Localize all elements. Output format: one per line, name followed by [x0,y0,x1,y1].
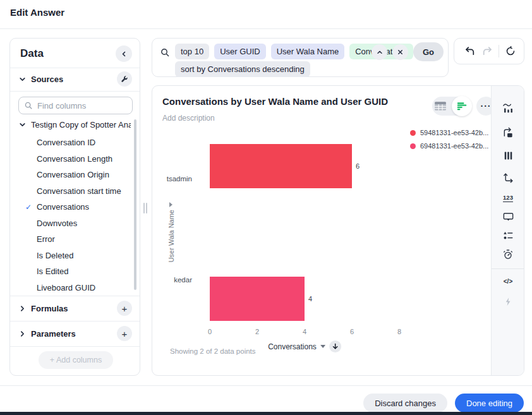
undo-icon [464,46,475,56]
column-item[interactable]: Conversation Origin [10,167,133,183]
formulas-label: Formulas [31,304,68,313]
y-category-label: kedar [152,275,192,284]
x-axis-label[interactable]: Conversations [268,342,317,351]
x-tick-label: 2 [255,328,259,335]
time-series-button[interactable] [500,247,516,262]
done-editing-button[interactable]: Done editing [455,394,524,412]
reset-icon [505,46,516,56]
chevron-down-icon [19,121,27,128]
redo-icon [482,46,493,56]
column-label: Conversation start time [37,186,121,196]
code-icon: </> [504,278,512,285]
columns-config-button[interactable] [500,148,516,163]
table-mode-button[interactable] [434,101,447,111]
y-category-label: tsadmin [152,174,192,183]
divider [492,268,524,269]
chart-analyze-button[interactable] [500,100,516,116]
axes-config-button[interactable] [500,170,516,185]
add-parameter-button[interactable]: + [117,326,132,341]
column-label: Conversation ID [37,138,95,147]
chart-mode-button[interactable] [452,96,472,116]
source-table-name: Testign Copy of Spotter Ana... [31,120,131,129]
column-label: Liveboard GUID [37,283,95,292]
scrollbar[interactable] [134,119,136,290]
header-divider [0,28,532,29]
source-table-item[interactable]: Testign Copy of Spotter Ana... [10,117,131,132]
columns-icon [503,150,514,161]
spotiq-icon [504,296,513,307]
data-panel-title: Data [20,47,44,60]
clear-search-button[interactable] [392,44,408,60]
close-icon [397,49,404,56]
change-visualization-button[interactable] [500,125,516,140]
footer-divider [0,385,532,386]
bar[interactable] [210,277,305,321]
add-columns-button[interactable]: + Add columns [39,351,113,369]
add-formula-button[interactable]: + [117,301,132,316]
column-item[interactable]: Conversation ID [10,135,133,151]
bottom-edge-bar [0,412,532,415]
x-tick-label: 4 [303,328,306,335]
search-icon [160,47,170,57]
time-series-icon [502,249,514,260]
bar[interactable] [210,144,352,188]
spotiq-button[interactable] [500,294,516,309]
number-format-button[interactable]: 123 [500,190,516,205]
chevron-right-icon [19,330,27,337]
column-item[interactable]: ✓Conversations [10,199,133,215]
column-item[interactable]: Downvotes [10,215,133,232]
y-axis-caret-icon [169,202,172,207]
answer-title: Conversations by User Wala Name and User… [162,96,388,107]
column-label: Is Edited [37,267,69,276]
collapse-search-button[interactable] [372,44,387,60]
x-tick-label: 0 [208,328,212,335]
search-token[interactable]: top 10 [175,44,209,59]
search-token[interactable]: User GUID [214,44,266,59]
column-item[interactable]: Liveboard GUID [10,280,133,296]
column-label: Error [37,234,55,244]
column-item[interactable]: Is Deleted [10,248,133,264]
bar-chart-icon [457,102,468,111]
tooltip-config-button[interactable] [500,209,516,224]
edit-sources-button[interactable] [117,71,132,87]
axes-icon [502,172,514,184]
reset-button[interactable] [502,42,519,60]
sources-label: Sources [31,75,63,84]
search-token[interactable]: sort by Conversations descending [175,61,310,77]
wrench-icon [121,75,128,83]
code-button[interactable]: </> [500,274,516,289]
data-points-summary: Showing 2 of 2 data points [170,347,256,355]
column-item[interactable]: Error [10,231,133,248]
legend-settings-button[interactable] [500,228,516,243]
divider [499,45,499,57]
column-item[interactable]: Conversation start time [10,183,133,200]
data-panel: Data Sources Testign Copy of Spotter Ana… [9,38,140,376]
column-item[interactable]: Conversation Length [10,151,133,167]
redo-button[interactable] [478,42,496,60]
panel-resize-handle[interactable] [143,203,148,214]
chevron-up-icon [376,49,384,56]
sort-descending-button[interactable] [329,340,341,352]
x-axis-group: Conversations [268,340,341,352]
column-item[interactable]: Is Edited [10,263,133,280]
search-token[interactable]: User Wala Name [271,44,344,59]
number-format-icon: 123 [503,194,513,202]
bar-value-label: 4 [308,294,312,303]
discard-changes-button[interactable]: Discard changes [363,394,447,412]
y-axis-label[interactable]: User Wala Name [167,210,175,262]
arrow-down-icon [332,343,338,350]
go-button[interactable]: Go [413,42,444,61]
find-columns-input[interactable] [18,97,133,114]
divider [10,346,140,347]
tooltip-icon [502,211,514,223]
table-icon [434,101,447,111]
plot-area: Conversations tsadmin6kedar402468 [210,135,447,322]
column-label: Conversation Origin [37,170,109,179]
add-description[interactable]: Add description [162,114,215,123]
undo-button[interactable] [461,42,478,60]
collapse-panel-button[interactable] [116,45,132,62]
column-label: Conversation Length [37,154,112,164]
legend-settings-icon [502,230,514,241]
change-visualization-icon [502,127,514,139]
chevron-down-icon [19,76,27,83]
